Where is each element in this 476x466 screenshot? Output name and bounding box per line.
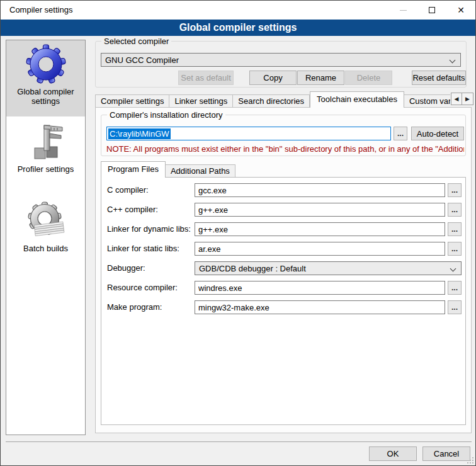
- program-tabs: Program Files Additional Paths: [101, 161, 453, 178]
- window-title: Compiler settings: [9, 1, 72, 20]
- sidebar-item-global-compiler-settings[interactable]: Global compiler settings: [6, 40, 85, 116]
- field-row-cpp-compiler: C++ compiler: ...: [101, 203, 465, 217]
- cpp-compiler-browse-button[interactable]: ...: [448, 203, 462, 217]
- resize-grip[interactable]: [467, 457, 473, 463]
- maximize-icon: [429, 7, 435, 13]
- arrow-left-icon: ◀: [455, 96, 459, 102]
- tab-linker-settings[interactable]: Linker settings: [169, 94, 233, 108]
- cpp-compiler-input[interactable]: [195, 203, 445, 217]
- tab-custom-variables[interactable]: Custom variables: [404, 94, 450, 108]
- field-row-linker-static: Linker for static libs: ...: [101, 242, 465, 256]
- caliper-icon: [26, 122, 66, 162]
- tab-program-files[interactable]: Program Files: [101, 161, 166, 178]
- group-label: Selected compiler: [101, 37, 171, 46]
- linker-dynamic-browse-button[interactable]: ...: [448, 222, 462, 236]
- footer-divider: [6, 441, 472, 442]
- sidebar-item-batch-builds[interactable]: Batch builds: [6, 187, 85, 269]
- group-label: Compiler's installation directory: [107, 110, 225, 120]
- sidebar-item-label: Batch builds: [20, 241, 72, 258]
- field-row-linker-dynamic: Linker for dynamic libs: ...: [101, 222, 465, 236]
- field-label: C++ compiler:: [107, 203, 158, 217]
- c-compiler-input[interactable]: [195, 183, 445, 197]
- c-compiler-browse-button[interactable]: ...: [448, 183, 462, 197]
- field-row-resource-compiler: Resource compiler: ...: [101, 281, 465, 295]
- install-dir-group: Compiler's installation directory C:\ray…: [101, 115, 466, 156]
- reset-defaults-button[interactable]: Reset defaults: [412, 71, 466, 85]
- install-dir-input[interactable]: C:\raylib\MinGW: [106, 127, 391, 140]
- tab-additional-paths[interactable]: Additional Paths: [166, 164, 235, 178]
- maximize-button[interactable]: [417, 1, 446, 20]
- delete-button[interactable]: Delete: [345, 71, 392, 85]
- selected-compiler-group: Selected compiler GNU GCC Compiler Set a…: [95, 41, 467, 88]
- tab-toolchain-executables[interactable]: Toolchain executables: [310, 91, 404, 108]
- make-program-input[interactable]: [195, 300, 445, 314]
- linker-static-browse-button[interactable]: ...: [448, 242, 462, 256]
- field-label: Linker for static libs:: [107, 242, 179, 256]
- page-title: Global compiler settings: [1, 20, 475, 36]
- install-dir-value: C:\raylib\MinGW: [108, 128, 171, 139]
- field-row-make-program: Make program: ...: [101, 300, 465, 314]
- compiler-select[interactable]: GNU GCC Compiler: [101, 53, 461, 67]
- title-bar[interactable]: Compiler settings ✕: [1, 1, 475, 20]
- chevron-down-icon: [450, 266, 456, 272]
- copy-button[interactable]: Copy: [249, 71, 297, 85]
- sidebar-item-label: Profiler settings: [14, 162, 78, 179]
- toolchain-executables-page: Compiler's installation directory C:\ray…: [95, 107, 472, 433]
- compiler-tabs: Compiler settings Linker settings Search…: [95, 91, 450, 108]
- tab-scroll-right-button[interactable]: ▶: [462, 93, 473, 105]
- compiler-select-value: GNU GCC Compiler: [105, 55, 179, 65]
- field-row-c-compiler: C compiler: ...: [101, 183, 465, 197]
- rename-button[interactable]: Rename: [297, 71, 344, 85]
- field-label: C compiler:: [107, 183, 149, 197]
- linker-static-input[interactable]: [195, 242, 445, 256]
- cancel-button[interactable]: Cancel: [422, 446, 470, 461]
- field-label: Resource compiler:: [107, 281, 178, 295]
- linker-dynamic-input[interactable]: [195, 222, 445, 236]
- arrow-right-icon: ▶: [465, 96, 470, 102]
- resource-compiler-browse-button[interactable]: ...: [448, 281, 462, 295]
- tab-scroll-left-button[interactable]: ◀: [451, 93, 462, 105]
- make-program-browse-button[interactable]: ...: [448, 300, 462, 314]
- minimize-button[interactable]: [388, 1, 417, 20]
- field-label: Linker for dynamic libs:: [107, 222, 191, 236]
- minimize-icon: [400, 10, 407, 11]
- tab-compiler-settings[interactable]: Compiler settings: [95, 94, 169, 108]
- debugger-select[interactable]: GDB/CDB debugger : Default: [195, 261, 462, 275]
- sidebar-item-label: Global compiler settings: [6, 84, 85, 111]
- resource-compiler-input[interactable]: [195, 281, 445, 295]
- auto-detect-button[interactable]: Auto-detect: [411, 127, 464, 140]
- set-as-default-button[interactable]: Set as default: [178, 71, 234, 85]
- compiler-settings-dialog: Compiler settings ✕ Global compiler sett…: [0, 0, 476, 466]
- chevron-down-icon: [450, 57, 456, 64]
- ok-button[interactable]: OK: [369, 446, 417, 461]
- close-icon: ✕: [457, 6, 465, 14]
- sidebar-item-profiler-settings[interactable]: Profiler settings: [6, 116, 85, 187]
- settings-category-list: Global compiler settings Profiler settin…: [6, 40, 86, 435]
- install-dir-browse-button[interactable]: ...: [394, 127, 407, 140]
- field-label: Make program:: [107, 300, 162, 314]
- tab-search-directories[interactable]: Search directories: [233, 94, 310, 108]
- gray-gear-stack-icon: [26, 201, 66, 241]
- install-dir-note: NOTE: All programs must exist either in …: [106, 144, 464, 154]
- close-button[interactable]: ✕: [446, 1, 475, 20]
- debugger-select-value: GDB/CDB debugger : Default: [199, 264, 306, 273]
- program-files-panel: C compiler: ... C++ compiler: ... Linker…: [101, 177, 466, 425]
- field-row-debugger: Debugger: GDB/CDB debugger : Default: [101, 261, 465, 275]
- field-label: Debugger:: [107, 261, 145, 275]
- blue-gear-icon: [26, 44, 66, 84]
